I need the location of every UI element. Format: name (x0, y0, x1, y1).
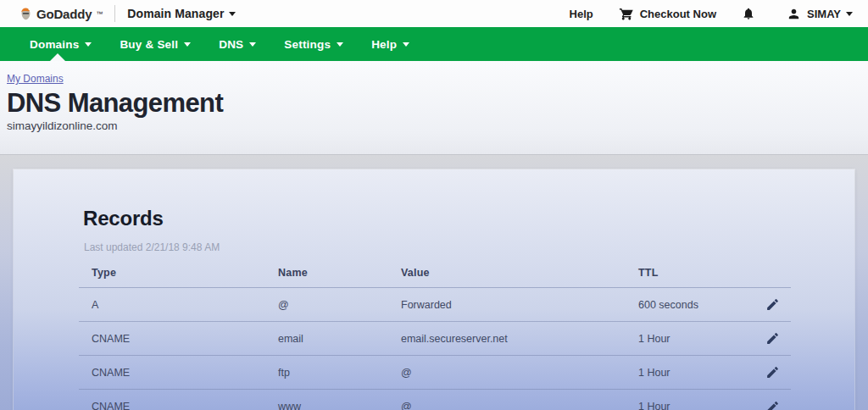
cell-ttl: 1 Hour (638, 367, 765, 379)
username-label: SIMAY (807, 8, 841, 20)
chevron-down-icon (85, 42, 92, 47)
last-updated-text: Last updated 2/21/18 9:48 AM (84, 241, 220, 253)
active-tab-notch (50, 53, 65, 61)
notifications-button[interactable] (742, 7, 761, 20)
records-card: Records Last updated 2/21/18 9:48 AM Typ… (14, 169, 854, 410)
bell-icon (742, 7, 755, 20)
nav-label: Settings (284, 38, 331, 51)
pencil-icon (765, 365, 780, 380)
nav-item-dns[interactable]: DNS (219, 27, 256, 61)
cell-name: email (278, 333, 401, 345)
column-header-type: Type (92, 267, 278, 279)
chevron-down-icon (249, 42, 256, 47)
pencil-icon (765, 297, 780, 312)
table-header-row: Type Name Value TTL (79, 258, 791, 288)
cell-type: A (92, 299, 278, 311)
table-row: A @ Forwarded 600 seconds (79, 288, 791, 322)
godaddy-logo[interactable]: GoDaddy™ (19, 7, 103, 21)
help-link[interactable]: Help (570, 8, 593, 20)
cell-name: @ (278, 299, 401, 311)
cell-value: @ (401, 401, 638, 410)
cell-type: CNAME (92, 401, 278, 410)
page-header: My Domains DNS Management simayyildizonl… (0, 61, 868, 155)
top-bar: GoDaddy™ Domain Manager Help Checkout No… (0, 0, 868, 27)
cell-ttl: 1 Hour (638, 333, 765, 345)
edit-record-button[interactable] (765, 331, 791, 346)
nav-label: DNS (219, 38, 243, 51)
brand-trademark: ™ (96, 10, 103, 18)
cell-name: ftp (278, 367, 401, 379)
nav-item-help[interactable]: Help (371, 27, 409, 61)
app-title: Domain Manager (127, 7, 224, 20)
edit-record-button[interactable] (765, 297, 791, 312)
breadcrumb-my-domains[interactable]: My Domains (7, 73, 64, 85)
records-heading: Records (83, 207, 164, 230)
chevron-down-icon (229, 12, 236, 16)
person-icon (787, 7, 801, 21)
dns-records-table: Type Name Value TTL A @ Forwarded 600 se… (79, 258, 791, 410)
column-header-ttl: TTL (638, 267, 765, 279)
edit-record-button[interactable] (765, 400, 791, 410)
cell-value: @ (401, 367, 638, 379)
table-row: CNAME email email.secureserver.net 1 Hou… (79, 322, 791, 356)
domain-manager-menu[interactable]: Domain Manager (127, 7, 236, 20)
godaddy-dns-management-screen: GoDaddy™ Domain Manager Help Checkout No… (0, 0, 868, 410)
checkout-label: Checkout Now (640, 8, 716, 20)
page-title: DNS Management (7, 88, 868, 119)
column-header-name: Name (278, 267, 401, 279)
brand-name: GoDaddy (36, 7, 92, 21)
cell-value: email.secureserver.net (401, 333, 638, 345)
cart-icon (619, 6, 634, 21)
godaddy-mascot-icon (19, 7, 33, 21)
cell-ttl: 600 seconds (638, 299, 765, 311)
table-row: CNAME www @ 1 Hour (79, 390, 791, 410)
account-menu[interactable]: SIMAY (787, 7, 853, 21)
edit-record-button[interactable] (765, 365, 791, 380)
chevron-down-icon (846, 12, 853, 16)
chevron-down-icon (184, 42, 191, 47)
nav-item-buy-sell[interactable]: Buy & Sell (120, 27, 191, 61)
pencil-icon (765, 331, 780, 346)
domain-name: simayyildizonline.com (7, 119, 868, 132)
chevron-down-icon (403, 42, 409, 47)
cell-name: www (278, 401, 401, 410)
table-row: CNAME ftp @ 1 Hour (79, 356, 791, 390)
pencil-icon (765, 400, 780, 410)
content-area: Records Last updated 2/21/18 9:48 AM Typ… (0, 155, 868, 410)
cell-type: CNAME (92, 333, 278, 345)
cell-type: CNAME (92, 367, 278, 379)
help-label: Help (570, 8, 593, 20)
nav-item-settings[interactable]: Settings (284, 27, 343, 61)
nav-label: Buy & Sell (120, 38, 178, 51)
nav-label: Domains (30, 38, 79, 51)
main-nav: Domains Buy & Sell DNS Settings Help (0, 27, 868, 61)
nav-item-domains[interactable]: Domains (30, 27, 92, 61)
nav-label: Help (371, 38, 397, 51)
chevron-down-icon (337, 42, 343, 47)
divider (114, 5, 115, 22)
cell-ttl: 1 Hour (638, 401, 765, 410)
column-header-value: Value (401, 267, 638, 279)
checkout-now-button[interactable]: Checkout Now (619, 6, 716, 21)
cell-value: Forwarded (401, 299, 638, 311)
